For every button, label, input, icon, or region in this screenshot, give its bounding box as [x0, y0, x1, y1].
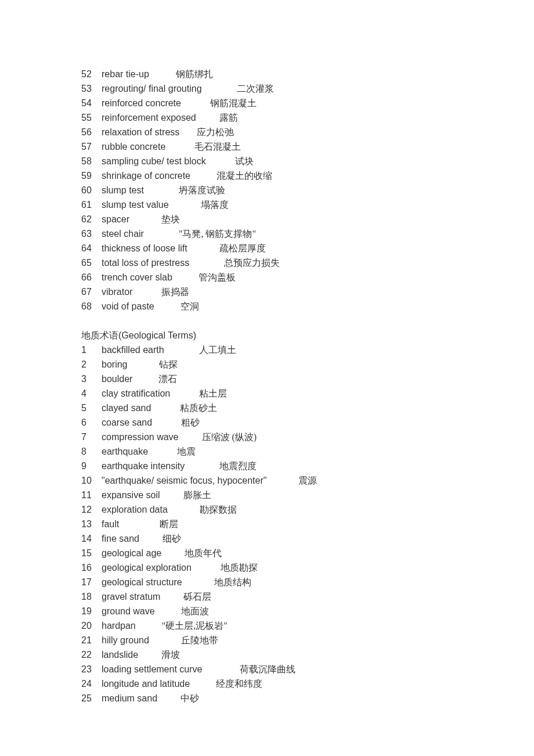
row-number: 5 [81, 401, 102, 415]
term-chinese: 地质勘探 [221, 560, 258, 575]
term-english: loading settlement curve [102, 662, 202, 676]
term-chinese: 试块 [235, 154, 254, 168]
row-number: 4 [81, 386, 102, 401]
row-number: 53 [81, 81, 102, 96]
term-english: relaxation of stress [102, 125, 179, 139]
term-chinese: 滑坡 [161, 647, 180, 662]
term-chinese: 地质年代 [185, 546, 222, 560]
row-number: 13 [81, 517, 102, 531]
term-chinese: 混凝土的收缩 [217, 168, 272, 183]
row-number: 21 [81, 633, 102, 647]
row-number: 8 [81, 444, 102, 459]
glossary-row: 9earthquake intensity地震烈度 [81, 459, 534, 473]
glossary-row: 14fine sand细砂 [81, 531, 534, 546]
glossary-row: 19ground wave地面波 [81, 604, 534, 618]
glossary-row: 25medium sand中砂 [81, 691, 534, 705]
term-english: rebar tie-up [102, 67, 149, 81]
term-english: earthquake [102, 444, 148, 459]
row-number: 23 [81, 662, 102, 676]
glossary-row: 24longitude and latitude经度和纬度 [81, 676, 534, 691]
term-chinese: 细砂 [163, 531, 181, 546]
glossary-row: 2boring钻探 [81, 357, 534, 372]
row-number: 16 [81, 560, 102, 575]
row-number: 24 [81, 676, 102, 691]
row-number: 25 [81, 691, 102, 705]
row-number: 2 [81, 357, 102, 372]
term-english: steel chair [102, 226, 144, 241]
term-chinese: 震源 [298, 473, 317, 488]
term-chinese: 粗砂 [181, 415, 200, 430]
term-english: longitude and latitude [102, 676, 190, 691]
glossary-row: 53regrouting/ final grouting二次灌浆 [81, 81, 534, 96]
term-chinese: 钻探 [159, 357, 178, 372]
row-number: 10 [81, 473, 102, 488]
term-chinese: 粘质砂土 [180, 401, 217, 415]
term-chinese: 中砂 [181, 691, 199, 705]
glossary-row: 57rubble concrete毛石混凝土 [81, 139, 534, 154]
row-number: 68 [81, 299, 102, 314]
term-chinese: 地质结构 [214, 575, 251, 589]
section-heading-geological: 地质术语(Geological Terms) [81, 328, 534, 343]
term-english: fault [102, 517, 119, 531]
term-english: shrinkage of concrete [102, 168, 190, 183]
row-number: 19 [81, 604, 102, 618]
glossary-row: 16geological exploration地质勘探 [81, 560, 534, 575]
term-english: hilly ground [102, 633, 149, 647]
section-heading-cn: 地质术语 [81, 330, 118, 340]
term-english: gravel stratum [102, 589, 160, 604]
term-chinese: 地震烈度 [219, 459, 257, 473]
term-english: void of paste [102, 299, 154, 314]
term-english: slump test value [102, 197, 169, 212]
row-number: 64 [81, 241, 102, 255]
term-english: fine sand [102, 531, 139, 546]
row-number: 3 [81, 372, 102, 386]
glossary-row: 12exploration data勘探数据 [81, 502, 534, 517]
term-english: spacer [102, 212, 129, 226]
glossary-row: 5clayed sand粘质砂土 [81, 401, 534, 415]
glossary-row: 52rebar tie-up钢筋绑扎 [81, 67, 534, 81]
term-chinese: 空洞 [181, 299, 199, 314]
glossary-row: 21hilly ground丘陵地带 [81, 633, 534, 647]
term-chinese: 丘陵地带 [181, 633, 218, 647]
term-english: backfilled earth [102, 343, 164, 357]
glossary-row: 10"earthquake/ seismic focus, hypocenter… [81, 473, 534, 488]
glossary-row: 65total loss of prestress总预应力损失 [81, 255, 534, 270]
row-number: 59 [81, 168, 102, 183]
term-chinese: 粘土层 [199, 386, 227, 401]
term-english: clay stratification [102, 386, 170, 401]
term-chinese: "马凳, 钢筋支撑物" [179, 226, 256, 241]
row-number: 20 [81, 618, 102, 633]
term-english: thickness of loose lift [102, 241, 187, 255]
term-english: rubble concrete [102, 139, 165, 154]
glossary-row: 58sampling cube/ test block试块 [81, 154, 534, 168]
term-chinese: 钢筋绑扎 [176, 67, 213, 81]
glossary-row: 7compression wave压缩波 (纵波) [81, 430, 534, 444]
glossary-row: 59shrinkage of concrete混凝土的收缩 [81, 168, 534, 183]
term-english: landslide [102, 647, 138, 662]
glossary-row: 15geological age地质年代 [81, 546, 534, 560]
glossary-row: 17geological structure地质结构 [81, 575, 534, 589]
term-english: expansive soil [102, 488, 160, 502]
term-english: reinforcement exposed [102, 110, 196, 125]
term-chinese: 二次灌浆 [237, 81, 274, 96]
glossary-row: 3boulder漂石 [81, 372, 534, 386]
glossary-row: 6coarse sand粗砂 [81, 415, 534, 430]
glossary-row: 56relaxation of stress应力松弛 [81, 125, 534, 139]
term-english: regrouting/ final grouting [102, 81, 202, 96]
row-number: 14 [81, 531, 102, 546]
row-number: 12 [81, 502, 102, 517]
term-english: hardpan [102, 618, 136, 633]
row-number: 67 [81, 285, 102, 299]
term-english: "earthquake/ seismic focus, hypocenter" [102, 473, 266, 488]
glossary-row: 1backfilled earth人工填土 [81, 343, 534, 357]
glossary-row: 54reinforced concrete钢筋混凝土 [81, 96, 534, 110]
row-number: 63 [81, 226, 102, 241]
term-chinese: 荷载沉降曲线 [240, 662, 295, 676]
term-english: ground wave [102, 604, 155, 618]
term-chinese: 漂石 [158, 372, 177, 386]
term-chinese: 疏松层厚度 [219, 241, 266, 255]
glossary-row: 13fault断层 [81, 517, 534, 531]
row-number: 11 [81, 488, 102, 502]
term-chinese: 压缩波 (纵波) [202, 430, 257, 444]
term-chinese: 勘探数据 [200, 502, 237, 517]
